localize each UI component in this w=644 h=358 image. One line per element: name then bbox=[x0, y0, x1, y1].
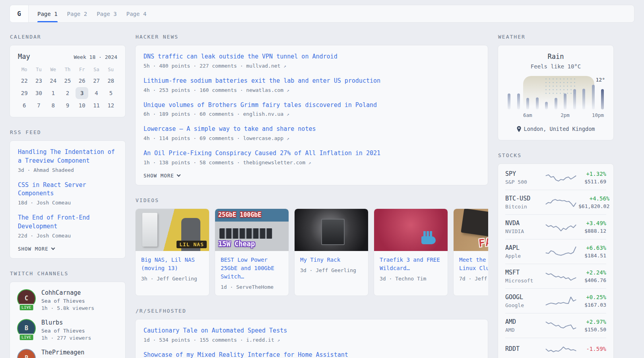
stock-symbol: AMD bbox=[505, 318, 543, 325]
calendar-day: 4 bbox=[90, 87, 103, 99]
video-thumbnail[interactable]: LIL NAS bbox=[136, 209, 209, 251]
twitch-channel[interactable]: B LIVE Blurbs Sea of Thieves 1h · 277 vi… bbox=[17, 319, 118, 341]
video-thumbnail[interactable] bbox=[295, 209, 368, 251]
video-link[interactable]: Meet the Linux Clu bbox=[459, 256, 488, 272]
calendar-day: 1 bbox=[47, 87, 60, 99]
story-meta: 1h · 138 points · 58 comments · thebigne… bbox=[144, 160, 480, 165]
stock-symbol: AAPL bbox=[505, 244, 543, 251]
twitch-widget: TWITCH CHANNELS C LIVE CohhCarnage Sea o… bbox=[10, 270, 126, 358]
story-link[interactable]: Unique volumes of Brothers Grimm fairy t… bbox=[144, 101, 480, 110]
current-temp-label: 12° bbox=[596, 77, 605, 83]
thumbnail-text: 25GbE 100GbE bbox=[218, 211, 261, 218]
reddit-post: Showcase of my Mixed Reality Interface f… bbox=[144, 351, 480, 358]
page-tab[interactable]: Page 4 bbox=[126, 5, 147, 22]
stock-values: +1.32% $511.69 bbox=[578, 171, 606, 185]
video-thumbnail[interactable] bbox=[374, 209, 448, 251]
channel-info: Blurbs Sea of Thieves 1h · 277 viewers bbox=[41, 319, 91, 341]
stock-change: -1.59% bbox=[578, 346, 606, 352]
stock-row[interactable]: GOOGL Google +0.25% $167.03 bbox=[505, 288, 606, 313]
story-link[interactable]: DNS traffic can leak outside the VPN tun… bbox=[144, 53, 480, 61]
reddit-post-link[interactable]: Showcase of my Mixed Reality Interface f… bbox=[144, 351, 480, 358]
twitch-card: C LIVE CohhCarnage Sea of Thieves 1h · 5… bbox=[10, 282, 126, 358]
story-link[interactable]: An Oil Price-Fixing Conspiracy Caused 27… bbox=[144, 149, 480, 158]
weekday-label: Sa bbox=[89, 64, 103, 75]
story-link[interactable]: Lowercase – A simple way to take and sha… bbox=[144, 125, 480, 134]
external-link-icon[interactable]: ↗ bbox=[287, 88, 289, 93]
rss-item: Handling The Indentation of a Treeview C… bbox=[18, 148, 117, 173]
rss-item-link[interactable]: The End of Front-End Development bbox=[18, 214, 117, 231]
video-card-body: Traefik 3 and FREE Wildcard… 3d · Techno… bbox=[374, 251, 448, 287]
time-label: 2pm bbox=[561, 112, 570, 118]
hacker-news-show-more-button[interactable]: SHOW MORE bbox=[144, 173, 180, 179]
twitch-channel[interactable]: P ThePrimeagen bbox=[17, 349, 118, 358]
external-link-icon[interactable]: ↗ bbox=[277, 338, 280, 343]
video-thumbnail[interactable]: FAS bbox=[454, 209, 488, 251]
calendar-day: 8 bbox=[47, 99, 60, 111]
stock-row[interactable]: RDDT -1.59% bbox=[505, 338, 606, 358]
video-link[interactable]: My Tiny Rack bbox=[300, 256, 363, 264]
twitch-channel[interactable]: C LIVE CohhCarnage Sea of Thieves 1h · 5… bbox=[17, 289, 118, 311]
video-card[interactable]: LIL NAS Big NAS, Lil NAS (moving 13) 3h … bbox=[135, 208, 209, 296]
stock-row[interactable]: NVDA NVIDIA +3.49% $888.12 bbox=[505, 214, 606, 239]
channel-game: Sea of Thieves bbox=[41, 298, 94, 304]
calendar-weekday-row: MoTuWeThFrSaSu bbox=[17, 64, 118, 75]
stock-row[interactable]: SPY S&P 500 +1.32% $511.69 bbox=[505, 165, 606, 190]
stock-row[interactable]: BTC-USD Bitcoin +4.56% $61,820.02 bbox=[505, 190, 606, 214]
stock-name: Bitcoin bbox=[505, 204, 543, 210]
stock-price: $167.03 bbox=[578, 302, 606, 308]
video-link[interactable]: Traefik 3 and FREE Wildcard… bbox=[380, 256, 442, 272]
stock-values: +4.56% $61,820.02 bbox=[578, 195, 609, 209]
video-meta: 3d · Jeff Geerling bbox=[300, 267, 363, 273]
channel-meta: 1h · 277 viewers bbox=[41, 335, 91, 341]
app-logo[interactable]: G bbox=[10, 5, 29, 22]
video-card[interactable]: Traefik 3 and FREE Wildcard… 3d · Techno… bbox=[374, 208, 448, 296]
page-tab[interactable]: Page 3 bbox=[97, 5, 117, 22]
video-link[interactable]: Big NAS, Lil NAS (moving 13) bbox=[141, 256, 204, 272]
rss-item-link[interactable]: Handling The Indentation of a Treeview C… bbox=[18, 148, 117, 165]
live-badge: LIVE bbox=[19, 304, 34, 311]
video-card[interactable]: My Tiny Rack 3d · Jeff Geerling bbox=[294, 208, 369, 296]
dashboard-columns: CALENDAR May Week 18 · 2024 MoTuWeThFrSa… bbox=[0, 23, 644, 358]
channel-avatar: P bbox=[17, 349, 36, 358]
hacker-news-items: DNS traffic can leak outside the VPN tun… bbox=[144, 53, 480, 165]
video-card[interactable]: FAS Meet the Linux Clu 7d · Jeff bbox=[453, 208, 488, 296]
story-link[interactable]: Lithium-free sodium batteries exit the l… bbox=[144, 77, 480, 86]
stock-name: S&P 500 bbox=[505, 179, 543, 185]
rss-item-link[interactable]: CSS in React Server Components bbox=[18, 181, 117, 198]
channel-game: Sea of Thieves bbox=[41, 328, 91, 334]
weather-bar bbox=[601, 89, 604, 109]
time-label: 6am bbox=[523, 112, 532, 118]
external-link-icon[interactable]: ↗ bbox=[308, 160, 311, 165]
page-tab[interactable]: Page 1 bbox=[37, 5, 58, 22]
channel-name[interactable]: ThePrimeagen bbox=[41, 349, 84, 356]
stock-price: $511.69 bbox=[578, 179, 606, 185]
stock-values: -1.59% bbox=[578, 346, 606, 354]
stock-row[interactable]: AAPL Apple +6.63% $184.51 bbox=[505, 239, 606, 264]
video-link[interactable]: BEST Low Power 25GbE and 100GbE Switch… bbox=[221, 256, 283, 281]
channel-avatar: B LIVE bbox=[17, 319, 36, 338]
stock-sparkline bbox=[545, 319, 577, 333]
external-link-icon[interactable]: ↗ bbox=[287, 136, 289, 141]
channel-name[interactable]: CohhCarnage bbox=[41, 289, 94, 296]
stock-sparkline bbox=[545, 270, 577, 283]
page-tab[interactable]: Page 2 bbox=[67, 5, 87, 22]
external-link-icon[interactable]: ↗ bbox=[287, 112, 289, 117]
calendar-card: May Week 18 · 2024 MoTuWeThFrSaSu 22 23 … bbox=[10, 45, 126, 117]
weather-time-labels: 6am2pm10pm bbox=[508, 112, 604, 119]
stock-row[interactable]: MSFT Microsoft +2.24% $406.76 bbox=[505, 264, 606, 288]
reddit-post-link[interactable]: Cautionary Tale on Automated Speed Tests bbox=[144, 327, 480, 335]
weather-bar bbox=[573, 89, 576, 109]
calendar-day: 7 bbox=[32, 99, 45, 111]
video-thumbnail[interactable]: 25GbE 100GbE 15W Cheap bbox=[215, 209, 289, 251]
weather-bar bbox=[582, 89, 585, 109]
reddit-post-meta: 1d · 534 points · 155 comments · i.redd.… bbox=[144, 337, 480, 343]
video-card[interactable]: 25GbE 100GbE 15W Cheap BEST Low Power 25… bbox=[215, 208, 289, 296]
channel-name[interactable]: Blurbs bbox=[41, 319, 91, 326]
calendar-day: 3 bbox=[76, 87, 88, 99]
stock-row[interactable]: AMD AMD +2.97% $150.50 bbox=[505, 313, 606, 338]
external-link-icon[interactable]: ↗ bbox=[283, 64, 286, 69]
weather-location[interactable]: London, United Kingdom bbox=[505, 126, 606, 132]
weather-bar bbox=[536, 97, 539, 109]
rss-show-more-button[interactable]: SHOW MORE bbox=[18, 246, 54, 252]
weekday-label: We bbox=[46, 64, 60, 75]
